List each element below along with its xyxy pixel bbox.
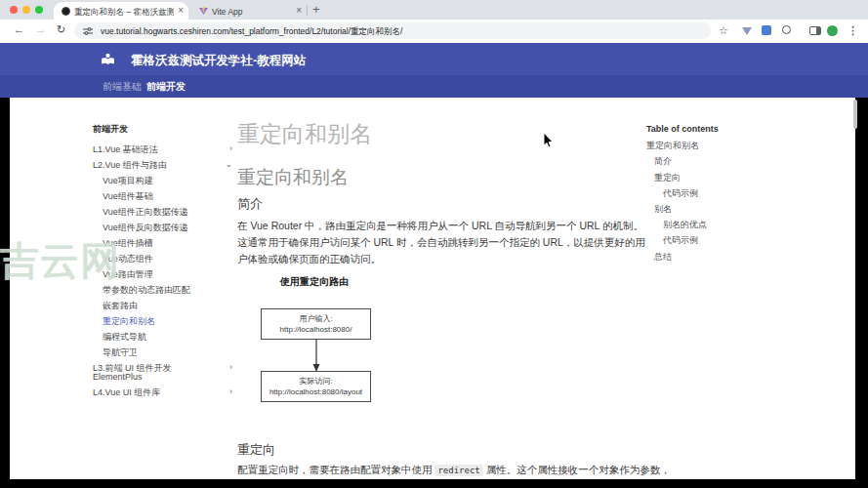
page-display-title: 重定向和别名 <box>237 119 372 149</box>
diagram-box1-line1: 用户输入: <box>262 313 370 324</box>
redirect-heading: 重定向 <box>237 441 275 459</box>
page-scrollbar-thumb[interactable] <box>853 100 857 129</box>
window-close-button[interactable] <box>10 6 18 14</box>
sidebar-item[interactable]: 导航守卫 <box>93 346 232 361</box>
window-maximize-button[interactable] <box>35 6 43 14</box>
forward-button[interactable]: → <box>35 23 46 35</box>
sidebar-item[interactable]: L3.前端 UI 组件开发 ElementPlus› <box>93 361 232 386</box>
toc-item[interactable]: 别名 <box>646 202 744 218</box>
toc-item[interactable]: 重定向和别名 <box>646 139 744 154</box>
page-content: 前端开发 L1.Vue 基础语法›L2.Vue 组件与路由⌄Vue项目构建Vue… <box>10 98 855 479</box>
sidebar-item[interactable]: Vue组件正向数据传递 <box>93 205 232 221</box>
sidebar-item[interactable]: Vue项目构建 <box>93 174 232 189</box>
toc-item[interactable]: 代码示例 <box>646 233 744 249</box>
chevron-down-icon[interactable]: ⌄ <box>225 160 232 170</box>
sidebar-item-label: Vue组件正向数据传递 <box>103 207 188 217</box>
sidebar-item-label: 嵌套路由 <box>103 301 138 310</box>
toc-item[interactable]: 重定向 <box>646 170 744 185</box>
site-title[interactable]: 霍格沃兹测试开发学社-教程网站 <box>131 53 306 69</box>
sidebar-item[interactable]: L2.Vue 组件与路由⌄ <box>93 158 232 174</box>
browser-tab-title: 重定向和别名 – 霍格沃兹测试/ <box>74 7 174 19</box>
bookmark-star-icon[interactable]: ☆ <box>719 24 728 36</box>
diagram-box2-line2: http://localhost:8080/layout <box>262 386 370 397</box>
tab-divider <box>307 5 308 16</box>
table-of-contents: Table of contents 重定向和别名简介重定向代码示例别名别名的优点… <box>646 124 744 265</box>
browser-toolbar: ← → ↻ vue.tutorial.hogwarts.ceshiren.com… <box>0 20 868 43</box>
profile-avatar[interactable] <box>827 25 838 36</box>
redirect-code: redirect <box>434 465 482 476</box>
site-logo-book-icon[interactable] <box>100 51 116 67</box>
toc-item[interactable]: 别名的优点 <box>646 218 744 233</box>
close-tab-icon[interactable]: × <box>296 6 302 16</box>
letterbox-bottom <box>0 479 868 488</box>
sidebar-item[interactable]: Vue组件基础 <box>93 189 232 205</box>
intro-heading: 简介 <box>237 195 263 213</box>
diagram-box-actual-visit: 实际访问: http://localhost:8080/layout <box>261 371 371 402</box>
sidebar-item-label: L4.Vue UI 组件库 <box>93 387 160 397</box>
site-favicon-icon <box>62 7 70 16</box>
address-bar[interactable]: vue.tutorial.hogwarts.ceshiren.com/test_… <box>74 22 711 39</box>
mouse-cursor <box>543 133 555 148</box>
site-info-icon[interactable] <box>83 26 93 36</box>
side-panel-icon[interactable] <box>809 26 821 35</box>
sidebar-item-label: 导航守卫 <box>103 347 138 357</box>
redirect-paragraph: 配置重定向时，需要在路由配置对象中使用 redirect 属性。这个属性接收一个… <box>237 463 657 478</box>
reload-button[interactable]: ↻ <box>57 23 65 36</box>
redirect-text-before: 配置重定向时，需要在路由配置对象中使用 <box>237 464 434 475</box>
diagram-caption: 使用重定向路由 <box>280 275 349 289</box>
sidebar-item-label: Vue组件基础 <box>103 191 153 201</box>
sidebar-item[interactable]: L4.Vue UI 组件库› <box>93 386 232 401</box>
browser-tabstrip: 重定向和别名 – 霍格沃兹测试/ × Vite App × + <box>0 0 868 20</box>
toc-item[interactable]: 简介 <box>646 154 744 170</box>
sidebar-item[interactable]: 嵌套路由 <box>93 299 232 314</box>
browser-tab-active[interactable]: 重定向和别名 – 霍格沃兹测试/ × <box>54 2 188 20</box>
window-minimize-button[interactable] <box>22 6 30 14</box>
url-text: vue.tutorial.hogwarts.ceshiren.com/test_… <box>101 26 402 38</box>
sidebar-item-label: L2.Vue 组件与路由 <box>93 160 167 170</box>
site-tab-frontend-basics[interactable]: 前端基础 <box>103 80 142 94</box>
browser-tab-title: Vite App <box>212 7 292 17</box>
vite-favicon-icon <box>199 7 208 16</box>
back-button[interactable]: ← <box>14 23 24 35</box>
diagram-box2-line1: 实际访问: <box>262 376 370 386</box>
browser-menu-icon[interactable]: ⋮ <box>847 24 858 36</box>
site-tab-frontend-dev[interactable]: 前端开发 <box>146 80 186 94</box>
chevron-right-icon[interactable]: › <box>229 144 232 154</box>
sidebar-item-label: 编程式导航 <box>103 332 146 342</box>
sidebar-item[interactable]: 编程式导航 <box>93 330 232 346</box>
arrow-down-icon <box>310 340 322 372</box>
diagram-box1-line2: http://localhost:8080/ <box>262 324 370 335</box>
extension-triangle-icon[interactable] <box>742 27 752 35</box>
toc-item[interactable]: 总结 <box>646 249 744 264</box>
sidebar-item-label: 重定向和别名 <box>103 316 155 326</box>
sidebar-item-label: L3.前端 UI 组件开发 ElementPlus <box>93 363 172 383</box>
extension-ring-icon[interactable] <box>782 25 791 34</box>
close-tab-icon[interactable]: × <box>178 6 184 16</box>
chevron-right-icon[interactable]: › <box>229 363 232 373</box>
sidebar-item[interactable]: L1.Vue 基础语法› <box>93 142 232 158</box>
intro-paragraph: 在 Vue Router 中，路由重定向是一种将用户从一个 URL 自动导航到另… <box>237 218 653 267</box>
chevron-right-icon[interactable]: › <box>229 387 232 397</box>
sidebar-item-label: Vue项目构建 <box>103 176 153 185</box>
redirect-text-after: 属性。这个属性接收一个对象作为参数， <box>483 464 671 475</box>
new-tab-button[interactable]: + <box>312 2 320 18</box>
content-heading: 重定向和别名 <box>237 165 349 190</box>
toc-title: Table of contents <box>646 124 744 134</box>
sidebar-item-active[interactable]: 重定向和别名 <box>93 314 232 330</box>
sidebar-item-label: Vue组件反向数据传递 <box>103 223 188 232</box>
watermark: 吉云网 <box>0 234 120 288</box>
diagram-box-user-input: 用户输入: http://localhost:8080/ <box>261 308 371 340</box>
sidebar-section-title: 前端开发 <box>93 123 232 136</box>
site-header: 霍格沃兹测试开发学社-教程网站 <box>0 43 868 75</box>
browser-tab-inactive[interactable]: Vite App × <box>191 2 307 20</box>
sidebar-item-label: L1.Vue 基础语法 <box>93 144 158 154</box>
toc-item[interactable]: 代码示例 <box>646 186 744 202</box>
extension-blue-icon[interactable] <box>762 25 771 35</box>
site-tabs-bar: 前端基础 前端开发 <box>0 75 868 98</box>
